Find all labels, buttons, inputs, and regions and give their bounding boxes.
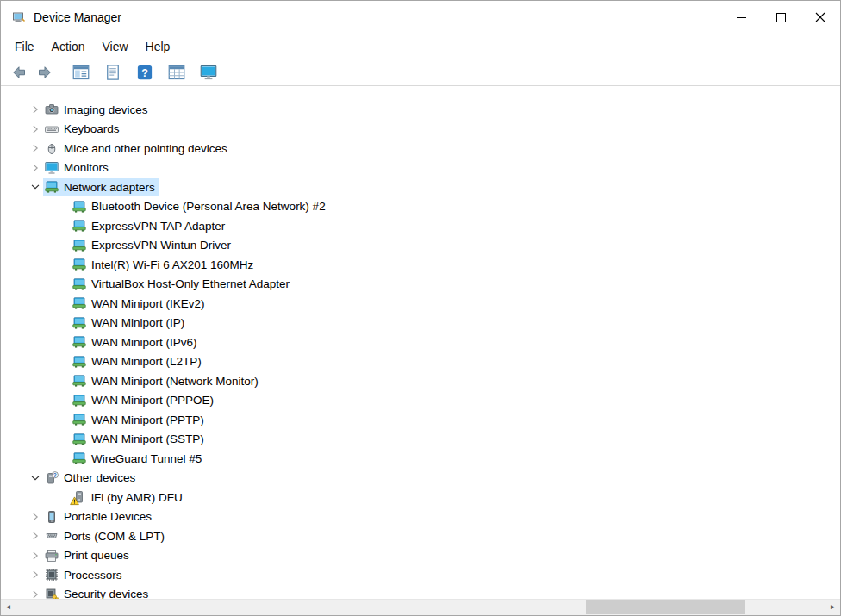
console-tree-icon	[72, 64, 90, 81]
tree-item-label: WAN Miniport (PPPOE)	[91, 394, 214, 407]
tree-item[interactable]: Processors	[27, 565, 840, 585]
tree-item-selected-content[interactable]: Network adapters	[43, 178, 159, 196]
tree-item-content[interactable]: Mice and other pointing devices	[43, 140, 232, 157]
tree-item-content[interactable]: VirtualBox Host-Only Ethernet Adapter	[71, 276, 294, 293]
tree-item[interactable]: ExpressVPN Wintun Driver	[54, 236, 840, 256]
chevron-spacer	[54, 374, 71, 388]
tree-item-content[interactable]: Ports (COM & LPT)	[43, 527, 169, 544]
chevron-right-icon[interactable]	[27, 141, 43, 155]
chevron-spacer	[54, 316, 71, 330]
tree-item[interactable]: Security devices	[27, 585, 840, 600]
tree-item-content[interactable]: Processors	[43, 566, 127, 583]
tree-item[interactable]: Monitors	[27, 159, 840, 178]
scan-hardware-changes-button[interactable]	[196, 61, 221, 84]
tree-item[interactable]: Mice and other pointing devices	[27, 139, 840, 159]
menu-action[interactable]: Action	[43, 36, 94, 57]
tree-item-content[interactable]: WAN Miniport (SSTP)	[71, 431, 209, 448]
chevron-right-icon[interactable]	[27, 161, 43, 175]
tree-item-content[interactable]: WAN Miniport (PPTP)	[71, 411, 209, 428]
tree-item[interactable]: Intel(R) Wi-Fi 6 AX201 160MHz	[54, 255, 840, 275]
horizontal-scrollbar[interactable]: ◄ ►	[1, 599, 840, 615]
scroll-left-arrow-icon[interactable]: ◄	[1, 600, 16, 615]
tree-item[interactable]: WAN Miniport (L2TP)	[54, 352, 840, 372]
tree-item[interactable]: Bluetooth Device (Personal Area Network)…	[54, 197, 840, 217]
tree-item-content[interactable]: Portable Devices	[43, 508, 156, 526]
tree-item[interactable]: Network adapters	[27, 177, 840, 197]
tree-item[interactable]: ?Other devices	[27, 469, 840, 488]
menu-file[interactable]: File	[6, 36, 43, 57]
tree-item-content[interactable]: ?Other devices	[43, 470, 140, 487]
tree-item[interactable]: WAN Miniport (IPv6)	[54, 333, 840, 352]
tree-item[interactable]: VirtualBox Host-Only Ethernet Adapter	[54, 275, 840, 295]
tree-item-content[interactable]: Monitors	[43, 159, 113, 177]
tree-item-content[interactable]: Intel(R) Wi-Fi 6 AX201 160MHz	[71, 256, 258, 273]
tree-item[interactable]: iFi (by AMR) DFU	[54, 488, 840, 507]
tree-item[interactable]: WAN Miniport (PPTP)	[54, 410, 840, 430]
tree-item-content[interactable]: ExpressVPN TAP Adapter	[71, 217, 229, 234]
device-manager-icon	[12, 10, 26, 24]
menu-help[interactable]: Help	[137, 36, 179, 57]
chevron-down-icon[interactable]	[27, 471, 43, 485]
window-title: Device Manager	[34, 10, 121, 24]
chevron-right-icon[interactable]	[27, 568, 43, 582]
maximize-button[interactable]	[761, 1, 801, 34]
tree-item-label: Security devices	[64, 588, 148, 599]
menu-view[interactable]: View	[93, 36, 136, 57]
tree-item[interactable]: WAN Miniport (PPPOE)	[54, 391, 840, 411]
properties-button[interactable]	[100, 61, 126, 84]
back-button[interactable]	[6, 61, 32, 84]
tree-item-content[interactable]: Security devices	[43, 586, 153, 599]
tree-item-content[interactable]: WireGuard Tunnel #5	[71, 450, 206, 467]
tree-item[interactable]: Keyboards	[27, 120, 840, 140]
tree-item-content[interactable]: WAN Miniport (IKEv2)	[71, 295, 209, 312]
tree-item-content[interactable]: WAN Miniport (PPPOE)	[71, 392, 218, 409]
chevron-right-icon[interactable]	[27, 122, 43, 136]
tree-item[interactable]: Print queues	[27, 546, 840, 566]
chevron-right-icon[interactable]	[27, 588, 43, 599]
tree-item-content[interactable]: iFi (by AMR) DFU	[71, 488, 187, 506]
tree-item-content[interactable]: Keyboards	[43, 121, 124, 138]
tree-item[interactable]: ExpressVPN TAP Adapter	[54, 216, 840, 236]
tree-item[interactable]: WAN Miniport (SSTP)	[54, 430, 840, 450]
scroll-right-arrow-icon[interactable]: ►	[825, 600, 840, 615]
chevron-right-icon[interactable]	[27, 103, 43, 116]
tree-item[interactable]: Imaging devices	[27, 100, 840, 120]
network-icon	[45, 180, 59, 194]
forward-button[interactable]	[32, 61, 58, 84]
tree-item[interactable]: WAN Miniport (IP)	[54, 314, 840, 333]
minimize-button[interactable]	[721, 1, 761, 34]
svg-text:?: ?	[53, 471, 57, 477]
chevron-right-icon[interactable]	[27, 510, 43, 524]
device-manager-window: Device Manager File Action View Help ? I…	[0, 0, 841, 616]
tree-item-content[interactable]: WAN Miniport (IPv6)	[71, 333, 202, 351]
security-icon	[45, 588, 59, 599]
show-console-tree-button[interactable]	[68, 61, 94, 84]
tree-item-content[interactable]: WAN Miniport (L2TP)	[71, 353, 206, 370]
device-tree: Imaging devicesKeyboardsMice and other p…	[1, 86, 840, 599]
tree-item[interactable]: WAN Miniport (IKEv2)	[54, 294, 840, 314]
list-icon	[168, 64, 185, 81]
tree-item[interactable]: Portable Devices	[27, 507, 840, 527]
chevron-right-icon[interactable]	[27, 549, 43, 563]
export-list-button[interactable]	[164, 61, 190, 84]
tree-item-content[interactable]: WAN Miniport (Network Monitor)	[71, 372, 263, 389]
tree-item[interactable]: WAN Miniport (Network Monitor)	[54, 371, 840, 391]
mouse-icon	[45, 141, 59, 155]
tree-item-content[interactable]: Bluetooth Device (Personal Area Network)…	[71, 198, 330, 215]
tree-item[interactable]: WireGuard Tunnel #5	[54, 449, 840, 469]
help-button[interactable]: ?	[132, 61, 158, 84]
tree-item-label: ExpressVPN TAP Adapter	[91, 220, 225, 233]
close-button[interactable]	[801, 1, 840, 34]
tree-item-content[interactable]: ExpressVPN Wintun Driver	[71, 237, 235, 254]
chevron-down-icon[interactable]	[27, 180, 43, 194]
chevron-right-icon[interactable]	[27, 529, 43, 543]
tree-item-content[interactable]: WAN Miniport (IP)	[71, 314, 189, 332]
tree-item-label: iFi (by AMR) DFU	[91, 491, 183, 504]
chevron-spacer	[54, 200, 71, 214]
tree-item-label: WAN Miniport (IP)	[91, 316, 184, 329]
properties-icon	[104, 64, 121, 81]
tree-item-content[interactable]: Imaging devices	[43, 101, 153, 118]
tree-item-content[interactable]: Print queues	[43, 547, 134, 564]
tree-item[interactable]: Ports (COM & LPT)	[27, 526, 840, 546]
hscroll-thumb[interactable]	[586, 600, 745, 614]
